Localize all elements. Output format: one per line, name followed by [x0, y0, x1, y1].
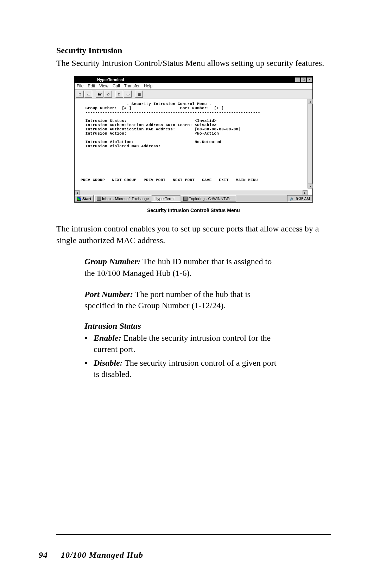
- hangup-icon[interactable]: ✆: [104, 91, 112, 98]
- folder-icon: [183, 197, 188, 201]
- open-icon[interactable]: ▭: [84, 91, 92, 98]
- section-title: Security Intrusion: [56, 46, 331, 55]
- footer-title: 10/100 Managed Hub: [61, 550, 143, 559]
- windows-icon: [77, 197, 81, 201]
- properties-icon[interactable]: ▦: [135, 91, 143, 98]
- tray-icon: 🔈: [290, 196, 294, 201]
- minimize-button[interactable]: _: [295, 77, 300, 82]
- inbox-icon: [97, 197, 101, 201]
- menu-view[interactable]: View: [99, 83, 108, 88]
- menu-file[interactable]: File: [77, 83, 83, 88]
- menubar: File Edit View Call Transfer Help: [75, 83, 312, 89]
- intrusion-status-heading: Intrusion Status: [84, 321, 281, 331]
- scroll-right-icon[interactable]: ▸: [303, 190, 308, 195]
- task-label: HyperTermi...: [154, 197, 177, 201]
- list-item: Disable: The security intrusion control …: [84, 357, 281, 380]
- start-label: Start: [82, 197, 91, 201]
- hyperterminal-window: HyperTerminal _ □ × File Edit View Call …: [74, 76, 313, 203]
- receive-icon[interactable]: ▭: [124, 91, 132, 98]
- intro-paragraph: The Security Intrusion Control/Status Me…: [56, 57, 331, 69]
- term: Disable:: [94, 358, 123, 367]
- task-inbox[interactable]: Inbox - Microsoft Exchange: [94, 195, 151, 202]
- menu-help[interactable]: Help: [144, 83, 153, 88]
- menu-transfer[interactable]: Transfer: [124, 83, 140, 88]
- start-button[interactable]: Start: [75, 195, 94, 202]
- list-item: Enable: Enable the security intrusion co…: [84, 332, 281, 355]
- scroll-up-icon[interactable]: ▴: [308, 99, 313, 104]
- term: Enable:: [94, 333, 121, 342]
- scroll-down-icon[interactable]: ▾: [308, 184, 313, 188]
- task-exploring[interactable]: Exploring - C:\WINNT\Pr...: [181, 195, 236, 202]
- task-label: Exploring - C:\WINNT\Pr...: [189, 197, 234, 201]
- post-screenshot-text: The intrusion control enables you to set…: [56, 223, 331, 246]
- terminal-content: - Security Intrusion Control Menu - Grou…: [77, 99, 308, 194]
- taskbar: Start Inbox - Microsoft Exchange HyperTe…: [75, 195, 312, 202]
- system-tray: 🔈 9:35 AM: [287, 195, 312, 202]
- task-hyperterminal[interactable]: HyperTermi...: [152, 195, 180, 202]
- term: Port Number:: [84, 290, 133, 299]
- toolbar: □ ▭ ☎ ✆ □ ▭ ▦: [75, 89, 312, 99]
- intrusion-status-list: Enable: Enable the security intrusion co…: [84, 332, 281, 380]
- def-port-number: Port Number: The port number of the hub …: [84, 289, 281, 311]
- vertical-scrollbar[interactable]: ▴ ▾: [308, 99, 312, 188]
- horizontal-scrollbar[interactable]: ◂ ▸: [75, 190, 308, 195]
- window-title: HyperTerminal: [96, 78, 294, 82]
- menu-edit[interactable]: Edit: [88, 83, 95, 88]
- footer-rule: [56, 534, 331, 535]
- send-icon[interactable]: □: [115, 91, 123, 98]
- scroll-left-icon[interactable]: ◂: [75, 190, 80, 195]
- menu-call[interactable]: Call: [113, 83, 120, 88]
- window-titlebar: HyperTerminal _ □ ×: [75, 76, 312, 83]
- maximize-button[interactable]: □: [301, 77, 306, 82]
- clock: 9:35 AM: [296, 197, 310, 201]
- figure-caption: Security Intrusion Control/ Status Menu: [56, 208, 331, 213]
- definitions-block: Group Number: The hub ID number that is …: [84, 256, 281, 380]
- close-button[interactable]: ×: [307, 77, 312, 82]
- term: Group Number:: [84, 257, 140, 266]
- page-number: 94: [39, 550, 48, 559]
- page-footer: 94 10/100 Managed Hub: [39, 550, 143, 560]
- new-file-icon[interactable]: □: [76, 91, 84, 98]
- def-group-number: Group Number: The hub ID number that is …: [84, 256, 281, 279]
- task-label: Inbox - Microsoft Exchange: [102, 197, 149, 201]
- call-icon[interactable]: ☎: [96, 91, 103, 98]
